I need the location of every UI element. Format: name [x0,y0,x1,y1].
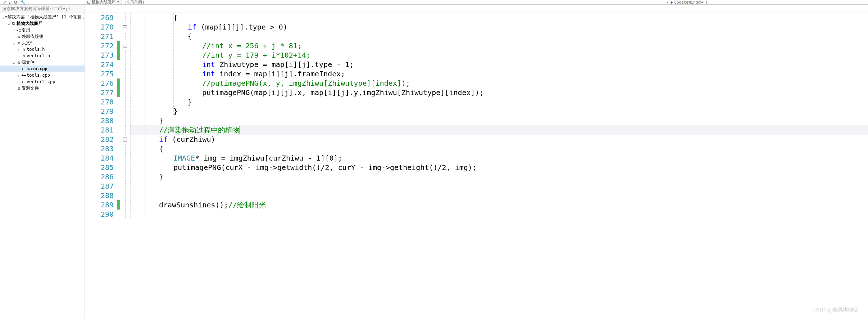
code-line[interactable]: IMAGE* img = imgZhiwu[curZhiwu - 1][0]; [130,153,868,163]
file-icon [87,1,90,4]
fold-cell[interactable] [120,32,130,41]
tool-icon-4[interactable]: 🔧 [20,0,26,5]
fold-cell[interactable] [120,125,130,135]
code-line[interactable]: } [130,107,868,116]
code-line[interactable] [130,191,868,200]
solution-search[interactable] [0,5,85,13]
expand-arrow-icon[interactable] [12,41,16,45]
expand-arrow-icon[interactable] [17,73,21,77]
expand-arrow-icon[interactable] [17,80,21,84]
code-line[interactable]: putimagePNG(map[i][j].x, map[i][j].y,img… [130,88,868,97]
tree-item[interactable]: ⧈ 资源文件 [0,85,85,91]
fold-cell[interactable] [120,153,130,163]
tool-icon-3[interactable]: ⟳ [14,0,18,5]
function-dropdown[interactable]: ▾ ◈ updateWindow() [667,0,868,4]
fold-cell[interactable]: - [120,22,130,32]
toolbar-icons: ⤢ ⇄ ⟳ 🔧 [0,0,85,4]
fold-cell[interactable] [120,181,130,191]
file-tab[interactable]: 植物大战僵尸 ▾ [85,0,122,4]
tree-item[interactable]: ⊡ 解决方案 '植物大战僵尸' (1 个项目, [0,14,85,20]
fold-cell[interactable] [120,13,130,22]
fold-cell[interactable] [120,50,130,60]
expand-arrow-icon[interactable] [6,22,11,26]
solution-explorer[interactable]: ⊡ 解决方案 '植物大战僵尸' (1 个项目,⧉ 植物大战僵尸▸□ 引用 ⧈ 外… [0,13,85,319]
line-number: 283 [85,144,114,153]
code-line[interactable]: } [130,172,868,181]
code-line[interactable]: { [130,13,868,22]
fold-cell[interactable] [120,69,130,78]
context-label: (全局范围) [124,0,145,5]
fold-cell[interactable] [120,163,130,172]
tree-item[interactable]: ++ vector2.cpp [0,78,85,85]
tree-item[interactable]: ++ main.cpp [0,66,85,72]
fold-cell[interactable] [120,172,130,181]
code-text: drawSunshines();//绘制阳光 [130,200,266,210]
tree-item[interactable]: ⧈ 外部依赖项 [0,33,85,40]
code-line[interactable]: if (curZhiwu) [130,135,868,144]
fold-cell[interactable] [120,144,130,153]
fold-toggle-icon[interactable]: - [123,138,127,141]
tree-item[interactable]: ▸□ 引用 [0,27,85,33]
code-line[interactable]: } [130,97,868,107]
code-line[interactable] [130,181,868,191]
code-line[interactable]: //渲染拖动过程中的植物 [130,125,868,135]
context-dropdown[interactable]: (全局范围) [122,0,667,4]
file-type-icon: ++ [21,67,27,71]
expand-arrow-icon[interactable] [12,35,16,39]
code-line[interactable]: if (map[i][j].type > 0) [130,22,868,32]
code-line[interactable]: { [130,32,868,41]
fold-toggle-icon[interactable]: - [123,25,127,29]
code-line[interactable]: } [130,116,868,125]
code-line[interactable] [130,210,868,219]
fold-cell[interactable] [120,200,130,210]
fold-cell[interactable] [120,116,130,125]
code-line[interactable]: int index = map[i][j].frameIndex; [130,69,868,78]
code-text: int Zhiwutype = map[i][j].type - 1; [130,60,354,69]
tab-dropdown-icon[interactable]: ▾ [117,0,119,4]
expand-arrow-icon[interactable] [12,60,16,64]
code-line[interactable]: int Zhiwutype = map[i][j].type - 1; [130,60,868,69]
fold-cell[interactable] [120,88,130,97]
tree-item[interactable]: h vector2.h [0,53,85,59]
code-line[interactable]: //int y = 179 + i*102+14; [130,50,868,60]
change-marker [117,144,120,153]
fold-gutter[interactable]: --- [120,13,130,319]
expand-arrow-icon[interactable] [17,67,21,71]
fold-cell[interactable] [120,97,130,107]
code-line[interactable]: putimagePNG(curX - img->getwidth()/2, cu… [130,163,868,172]
code-line[interactable]: drawSunshines();//绘制阳光 [130,200,868,210]
tool-icon-1[interactable]: ⤢ [3,0,7,5]
expand-arrow-icon[interactable] [17,48,21,51]
code-line[interactable]: { [130,144,868,153]
tree-item[interactable]: ++ tools.cpp [0,72,85,78]
tree-item[interactable]: h tools.h [0,46,85,53]
fold-toggle-icon[interactable]: - [123,44,127,48]
change-marker [117,13,120,22]
code-line[interactable]: //int x = 256 + j * 81; [130,41,868,50]
fold-cell[interactable]: - [120,135,130,144]
fold-cell[interactable] [120,210,130,219]
fold-cell[interactable] [120,78,130,88]
change-marker [117,41,120,50]
search-input[interactable] [2,6,82,11]
fold-cell[interactable] [120,60,130,69]
fold-cell[interactable] [120,191,130,200]
tree-item[interactable]: ⧈ 源文件 [0,59,85,66]
code-area[interactable]: {if (map[i][j].type > 0){//int x = 256 +… [130,13,868,319]
tree-item[interactable]: ⧉ 植物大战僵尸 [0,20,85,27]
search-row [0,5,868,13]
tool-icon-2[interactable]: ⇄ [9,0,12,5]
change-marker [117,88,120,97]
watermark: CSDN @微风拂柳絮 [813,305,858,315]
fold-cell[interactable]: - [120,41,130,50]
tree-item[interactable]: ⧈ 头文件 [0,40,85,46]
line-number: 276 [85,78,114,88]
expand-arrow-icon[interactable] [12,28,16,32]
code-text: } [130,172,163,181]
code-editor[interactable]: 2692702712722732742752762772782792802812… [85,13,868,319]
expand-arrow-icon[interactable] [17,54,21,58]
code-line[interactable]: //putimagePNG(x, y, imgZhiwu[Zhiwutype][… [130,78,868,88]
change-marker [117,60,120,69]
fold-cell[interactable] [120,107,130,116]
expand-arrow-icon[interactable] [12,86,16,90]
